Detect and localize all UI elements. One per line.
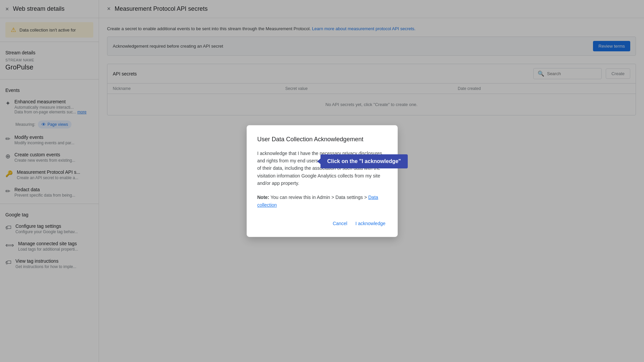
acknowledgement-modal: User Data Collection Acknowledgement I a… <box>247 125 398 237</box>
modal-title: User Data Collection Acknowledgement <box>257 136 387 143</box>
modal-actions: Cancel I acknowledge <box>257 218 387 229</box>
callout-tooltip: Click on the "I acknowledge" <box>320 154 408 168</box>
cancel-button[interactable]: Cancel <box>331 218 349 229</box>
modal-note: Note: You can review this in Admin > Dat… <box>257 194 387 209</box>
acknowledge-button[interactable]: I acknowledge <box>354 218 387 229</box>
